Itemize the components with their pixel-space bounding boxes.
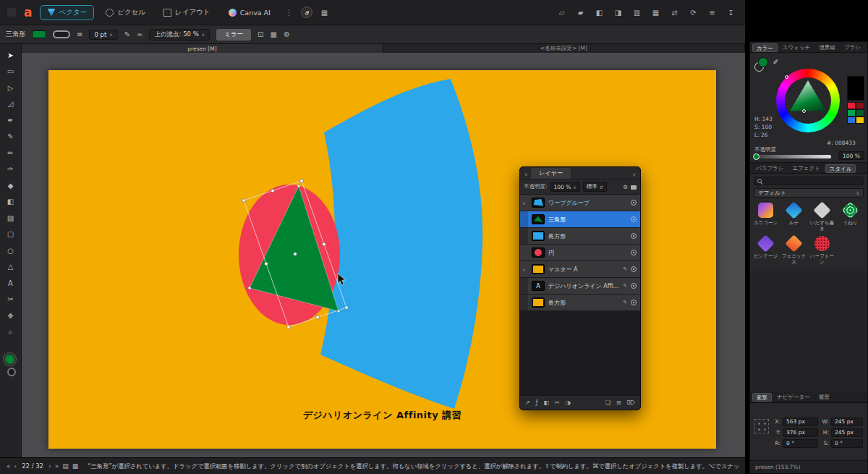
opacity-slider-knob[interactable] bbox=[753, 153, 760, 160]
hex-value[interactable]: #: 008433 bbox=[827, 140, 856, 146]
persona-layout[interactable]: レイアウト bbox=[157, 6, 217, 20]
prev-page-icon[interactable]: ‹ bbox=[14, 462, 17, 470]
stroke-width-input[interactable]: 0 pt ∨ bbox=[89, 30, 117, 40]
swatch[interactable] bbox=[856, 109, 864, 117]
edit-pen-icon[interactable]: ✎ bbox=[623, 266, 627, 272]
fill-color-well[interactable] bbox=[4, 353, 16, 365]
shade-marker[interactable] bbox=[802, 109, 806, 113]
insert-top-icon[interactable]: ▰ bbox=[574, 9, 587, 17]
snap-icon[interactable]: ⊡ bbox=[258, 30, 263, 38]
swatch[interactable] bbox=[847, 109, 856, 117]
layer-opacity-dropdown[interactable]: 100 % ∨ bbox=[550, 182, 580, 192]
visibility-toggle[interactable] bbox=[631, 250, 637, 255]
stroke-color-swatch[interactable] bbox=[53, 30, 70, 38]
visibility-toggle[interactable] bbox=[631, 283, 637, 289]
style-item-vintage[interactable]: ビンテージ bbox=[752, 234, 780, 265]
rotate-icon[interactable]: ⟳ bbox=[686, 9, 700, 17]
move-tool[interactable]: ➤ bbox=[3, 47, 19, 64]
add-group-icon[interactable]: ❏ bbox=[605, 399, 610, 406]
layer-row-triangle[interactable]: 三角形 bbox=[520, 211, 640, 227]
ellipse-tool[interactable]: ○ bbox=[3, 242, 19, 259]
rectangle-tool[interactable]: ▢ bbox=[3, 227, 19, 243]
boolean-divide-icon[interactable]: ▥ bbox=[630, 9, 644, 17]
layers-panel-header[interactable]: ∨ レイヤー ∨ bbox=[520, 167, 640, 179]
last-page-icon[interactable]: » bbox=[55, 462, 59, 470]
blend-option-dropdown[interactable]: 上の流点: 50 % ∨ bbox=[149, 29, 210, 41]
persona-canva-ai[interactable]: Canva AI bbox=[222, 7, 277, 19]
tab-history[interactable]: 履歴 bbox=[815, 393, 833, 402]
overflow-menu-icon[interactable]: ⋮ bbox=[285, 8, 293, 17]
shape-tool[interactable]: △ bbox=[3, 259, 19, 276]
gear-icon[interactable]: ⚙ bbox=[623, 184, 628, 190]
expand-caret-icon[interactable]: ∨ bbox=[520, 200, 528, 206]
boolean-add-icon[interactable]: ◧ bbox=[592, 9, 606, 17]
tab-transform[interactable]: 変形 bbox=[752, 393, 772, 402]
tab-navigator[interactable]: ナビゲーター bbox=[773, 393, 814, 402]
layer-row-text[interactable]: A デジハリオンライン Affin... ✎ bbox=[520, 278, 640, 294]
y-input[interactable]: 376 px bbox=[783, 428, 818, 437]
crop-tool[interactable]: ✂ bbox=[3, 292, 19, 308]
style-item-uneri[interactable]: うねり bbox=[836, 201, 864, 232]
pencil-tool[interactable]: ✎ bbox=[3, 129, 19, 145]
color-wheel[interactable] bbox=[776, 69, 840, 132]
artboard-tool[interactable]: ▭ bbox=[3, 64, 19, 80]
visibility-toggle[interactable] bbox=[631, 300, 637, 305]
doc-tab-presen[interactable]: presen [M] bbox=[22, 44, 383, 53]
doc-tab-untitled[interactable]: <名称未設定> [M] bbox=[383, 44, 745, 53]
anchor-point-selector[interactable] bbox=[754, 419, 769, 433]
pattern-icon[interactable]: ▦ bbox=[649, 9, 663, 17]
link-icon[interactable]: ↗ bbox=[525, 399, 530, 406]
panel-menu-icon[interactable]: ∨ bbox=[633, 172, 636, 179]
adjustment-icon[interactable]: ◑ bbox=[566, 399, 571, 406]
node-tool[interactable]: ▷ bbox=[3, 80, 19, 96]
fill-tool[interactable]: ◆ bbox=[3, 177, 19, 194]
export-icon[interactable]: ↧ bbox=[724, 9, 738, 17]
opacity-slider[interactable] bbox=[754, 155, 831, 158]
blend-mode-dropdown[interactable]: 標準 ⇵ bbox=[583, 182, 607, 192]
flip-horizontal-icon[interactable]: ⇄ bbox=[668, 9, 681, 17]
swatch[interactable] bbox=[856, 102, 864, 109]
style-item-phoenix[interactable]: フェニックス bbox=[780, 234, 808, 265]
gear-icon[interactable]: ⚙ bbox=[284, 30, 290, 38]
canva-badge-icon[interactable]: a bbox=[301, 7, 312, 18]
visibility-toggle[interactable] bbox=[631, 266, 637, 272]
shear-input[interactable]: 0 ° bbox=[831, 439, 863, 448]
first-page-icon[interactable]: « bbox=[7, 462, 11, 470]
pen-tool[interactable]: ✒ bbox=[3, 112, 19, 129]
tab-swatches[interactable]: スウォッチ bbox=[779, 43, 814, 52]
lock-icon[interactable] bbox=[631, 185, 637, 190]
width-input[interactable]: 245 px bbox=[831, 418, 863, 426]
align-icon[interactable]: ≡ bbox=[705, 9, 719, 17]
transparency-tool[interactable]: ▨ bbox=[3, 210, 19, 227]
stroke-brush-icon[interactable]: ✎ bbox=[124, 30, 130, 38]
stroke-style-icon[interactable]: ≡ bbox=[77, 30, 82, 38]
fx-icon[interactable]: ƒ bbox=[536, 399, 538, 406]
height-input[interactable]: 245 px bbox=[831, 428, 863, 437]
next-page-icon[interactable]: › bbox=[48, 462, 51, 470]
style-item-unicorn[interactable]: ユニコーン bbox=[752, 201, 780, 232]
zoom-tool[interactable]: ⌕ bbox=[3, 324, 19, 341]
boolean-subtract-icon[interactable]: ◨ bbox=[611, 9, 625, 17]
pages-icon[interactable]: ▤ bbox=[62, 462, 69, 470]
swatch[interactable] bbox=[847, 102, 856, 109]
pressure-icon[interactable]: ≈ bbox=[137, 30, 142, 38]
layer-row-master-a[interactable]: ∨ マスター A ✎ bbox=[520, 261, 640, 277]
apps-grid-icon[interactable]: ▦ bbox=[318, 9, 331, 17]
layer-row-circle[interactable]: 円 bbox=[520, 245, 640, 261]
swatch[interactable] bbox=[847, 117, 856, 124]
tab-effects[interactable]: エフェクト bbox=[788, 164, 823, 173]
insert-behind-icon[interactable]: ▱ bbox=[555, 9, 569, 17]
delete-layer-icon[interactable]: ⌦ bbox=[627, 399, 635, 406]
tab-path-brushes[interactable]: パスブラシ bbox=[752, 164, 787, 173]
swatch[interactable] bbox=[856, 117, 864, 124]
style-item-halftone[interactable]: ハーフトーン bbox=[808, 234, 836, 265]
text-tool[interactable]: A bbox=[3, 275, 19, 292]
styles-category-dropdown[interactable]: デフォルト ∨ bbox=[754, 188, 864, 198]
layer-row-warp-group[interactable]: ∨ ワープグループ bbox=[520, 195, 640, 211]
fill-color-swatch[interactable] bbox=[32, 30, 46, 38]
visibility-toggle[interactable] bbox=[631, 200, 637, 206]
tab-brushes[interactable]: ブラシ bbox=[841, 43, 864, 52]
layer-row-rectangle[interactable]: 長方形 bbox=[520, 228, 640, 244]
warped-rectangle-shape[interactable] bbox=[320, 79, 482, 409]
opacity-value[interactable]: 100 % bbox=[838, 151, 864, 160]
